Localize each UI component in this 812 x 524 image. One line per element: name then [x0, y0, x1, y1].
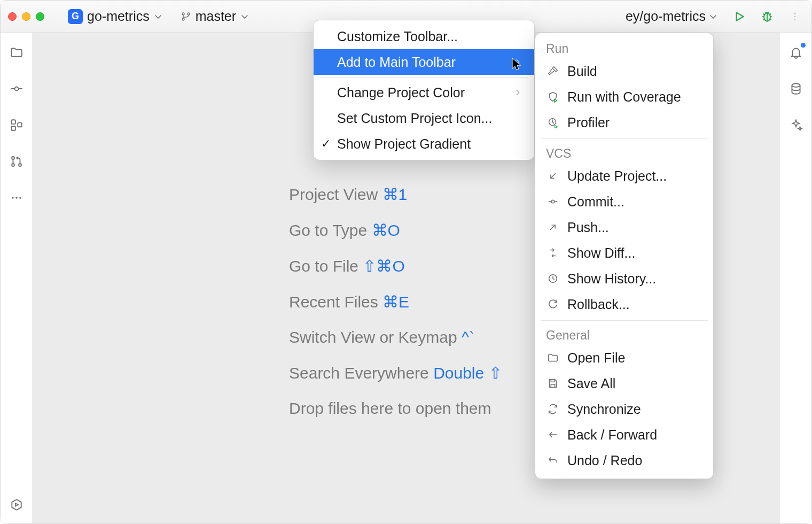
- svg-point-6: [794, 19, 796, 20]
- svg-point-1: [182, 18, 184, 20]
- submenu-item-run-coverage[interactable]: Run with Coverage: [535, 84, 713, 110]
- submenu-item-build[interactable]: Build: [535, 58, 713, 84]
- svg-point-5: [794, 16, 796, 17]
- project-icon: G: [68, 9, 83, 24]
- menu-item-customize-toolbar[interactable]: Customize Toolbar...: [314, 24, 534, 49]
- submenu-item-rollback[interactable]: Rollback...: [535, 291, 713, 317]
- diff-icon: [546, 246, 560, 260]
- more-horizontal-icon: [10, 191, 23, 204]
- sync-icon: [546, 402, 560, 416]
- run-actions: [730, 7, 804, 26]
- shield-play-icon: [546, 90, 560, 104]
- submenu-item-open-file[interactable]: Open File: [535, 345, 713, 371]
- navigation-path-text: ey/go-metrics: [626, 9, 706, 24]
- shortcut-row: Project View ⌘1: [289, 185, 502, 204]
- arrow-down-left-icon: [546, 169, 560, 183]
- submenu-header-run: Run: [535, 37, 713, 58]
- pull-requests-tool-button[interactable]: [7, 152, 26, 171]
- shortcut-row: Go to Type ⌘O: [289, 221, 502, 240]
- submenu-item-show-history[interactable]: Show History...: [535, 266, 713, 291]
- submenu-item-update-project[interactable]: Update Project...: [535, 163, 713, 189]
- menu-item-set-custom-icon[interactable]: Set Custom Project Icon...: [314, 105, 534, 131]
- submenu-item-commit[interactable]: Commit...: [535, 189, 713, 214]
- more-tool-button[interactable]: [7, 189, 26, 207]
- close-window-button[interactable]: [8, 12, 17, 21]
- folder-icon: [546, 351, 560, 365]
- notification-badge: [801, 43, 806, 48]
- shortcut-kbd: ⌘1: [382, 186, 408, 203]
- submenu-item-profiler[interactable]: Profiler: [535, 110, 713, 135]
- shortcut-kbd: ⌘E: [382, 293, 409, 311]
- maximize-window-button[interactable]: [36, 12, 44, 21]
- svg-point-16: [19, 197, 21, 199]
- profiler-icon: [546, 115, 560, 129]
- submenu-item-undo-redo[interactable]: Undo / Redo: [535, 448, 713, 473]
- shortcut-row: Go to File ⇧⌘O: [289, 257, 502, 275]
- commit-icon: [546, 195, 560, 209]
- window-controls: [8, 12, 44, 21]
- commit-tool-button[interactable]: [7, 80, 26, 98]
- svg-point-14: [12, 197, 14, 199]
- submenu-item-synchronize[interactable]: Synchronize: [535, 396, 713, 422]
- branch-icon: [181, 11, 191, 22]
- shortcut-row: Recent Files ⌘E: [289, 292, 502, 311]
- submenu-header-general: General: [535, 324, 713, 345]
- menu-item-show-project-gradient[interactable]: ✓ Show Project Gradient: [314, 131, 534, 157]
- branch-selector[interactable]: master: [175, 6, 254, 26]
- mouse-cursor: [511, 57, 523, 72]
- svg-point-2: [188, 13, 190, 15]
- folder-icon: [10, 45, 24, 59]
- arrow-up-right-icon: [546, 220, 560, 234]
- left-tool-strip: [1, 33, 33, 523]
- svg-rect-10: [18, 123, 22, 127]
- run-button[interactable]: [730, 7, 748, 26]
- check-icon: ✓: [321, 137, 331, 151]
- project-name: go-metrics: [87, 9, 150, 24]
- submenu-item-show-diff[interactable]: Show Diff...: [535, 240, 713, 266]
- pull-request-icon: [10, 155, 24, 168]
- debug-button[interactable]: [758, 7, 776, 26]
- submenu-separator: [541, 320, 708, 321]
- sparkle-icon: [789, 118, 803, 132]
- structure-icon: [10, 118, 24, 132]
- svg-point-13: [19, 164, 21, 166]
- commit-icon: [10, 82, 24, 96]
- minimize-window-button[interactable]: [22, 12, 30, 21]
- shortcut-kbd: Double ⇧: [433, 364, 502, 382]
- menu-item-change-project-color[interactable]: Change Project Color: [314, 80, 534, 105]
- submenu-separator: [541, 138, 708, 139]
- database-icon: [789, 82, 803, 96]
- notifications-button[interactable]: [787, 43, 805, 61]
- chevron-right-icon: [514, 89, 521, 96]
- submenu-item-back-forward[interactable]: Back / Forward: [535, 422, 713, 448]
- svg-rect-9: [11, 126, 15, 130]
- shortcut-row: Search Everywhere Double ⇧: [289, 364, 502, 382]
- project-selector[interactable]: G go-metrics: [63, 6, 168, 26]
- svg-point-17: [792, 83, 800, 87]
- rollback-icon: [546, 297, 560, 311]
- shortcut-kbd: ^`: [462, 328, 474, 346]
- right-tool-strip: [779, 33, 811, 523]
- hammer-icon: [546, 64, 560, 78]
- svg-point-11: [12, 157, 14, 159]
- submenu-item-push[interactable]: Push...: [535, 214, 713, 240]
- navigation-path[interactable]: ey/go-metrics: [620, 6, 723, 26]
- submenu-header-vcs: VCS: [535, 142, 713, 163]
- structure-tool-button[interactable]: [7, 116, 26, 134]
- project-tool-button[interactable]: [7, 43, 26, 61]
- svg-point-12: [12, 164, 14, 166]
- menu-separator: [320, 77, 528, 78]
- svg-point-19: [551, 200, 555, 203]
- svg-point-0: [182, 13, 184, 15]
- branch-name: master: [196, 9, 236, 24]
- add-to-toolbar-submenu: Run Build Run with Coverage Profiler VCS…: [535, 33, 714, 479]
- submenu-item-save-all[interactable]: Save All: [535, 371, 713, 396]
- svg-point-4: [794, 12, 796, 14]
- ai-assistant-button[interactable]: [787, 116, 805, 134]
- menu-item-add-to-main-toolbar[interactable]: Add to Main Toolbar: [314, 49, 534, 75]
- database-tool-button[interactable]: [787, 80, 805, 98]
- undo-icon: [546, 453, 560, 467]
- services-tool-button[interactable]: [7, 496, 26, 514]
- services-icon: [10, 498, 24, 512]
- more-button[interactable]: [786, 7, 804, 26]
